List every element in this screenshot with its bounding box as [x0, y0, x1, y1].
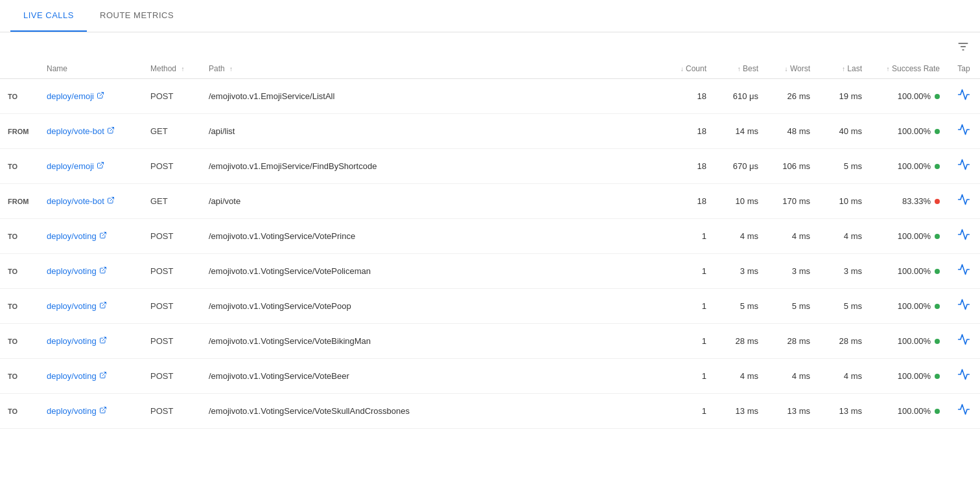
svg-line-5	[100, 163, 104, 166]
tap-button[interactable]	[957, 161, 970, 174]
external-link-icon	[99, 266, 107, 276]
svg-line-3	[100, 93, 104, 97]
success-rate-cell: 100.00%	[870, 324, 948, 359]
external-link-icon	[99, 371, 107, 381]
tap-cell[interactable]	[948, 114, 980, 149]
count-cell: 1	[662, 219, 714, 254]
worst-cell: 4 ms	[766, 359, 818, 394]
success-dot	[935, 374, 940, 379]
svg-line-4	[110, 128, 114, 131]
last-value: 13 ms	[839, 406, 862, 416]
count-cell: 1	[662, 394, 714, 429]
count-sort-icon-down: ↓	[681, 65, 684, 73]
name-link[interactable]: deploy/voting	[47, 301, 135, 311]
col-header-best[interactable]: ↑ Best	[714, 59, 766, 79]
name-link[interactable]: deploy/voting	[47, 336, 135, 346]
worst-cell: 26 ms	[766, 79, 818, 114]
tap-cell[interactable]	[948, 79, 980, 114]
path-cell: /emojivoto.v1.EmojiService/FindByShortco…	[201, 149, 662, 184]
col-header-worst[interactable]: ↓ Worst	[766, 59, 818, 79]
path-value: /emojivoto.v1.EmojiService/FindByShortco…	[209, 161, 377, 171]
name-link[interactable]: deploy/voting	[47, 371, 135, 381]
tap-cell[interactable]	[948, 394, 980, 429]
best-value: 5 ms	[740, 301, 758, 311]
col-header-direction	[0, 59, 39, 79]
tap-cell[interactable]	[948, 359, 980, 394]
name-link[interactable]: deploy/vote-bot	[47, 126, 135, 136]
path-cell: /emojivoto.v1.VotingService/VotePolicema…	[201, 254, 662, 289]
name-link[interactable]: deploy/voting	[47, 231, 135, 241]
col-header-success-rate[interactable]: ↑ Success Rate	[870, 59, 948, 79]
path-value: /api/vote	[209, 196, 240, 206]
col-header-path[interactable]: Path ↑	[201, 59, 662, 79]
method-cell: POST	[143, 394, 201, 429]
col-header-count[interactable]: ↓ Count	[662, 59, 714, 79]
success-rate-cell: 100.00%	[870, 289, 948, 324]
toolbar	[0, 32, 980, 59]
method-cell: POST	[143, 79, 201, 114]
tap-cell[interactable]	[948, 254, 980, 289]
svg-line-8	[102, 268, 106, 271]
tap-button[interactable]	[957, 126, 970, 139]
tap-button[interactable]	[957, 405, 970, 418]
svg-line-7	[102, 233, 106, 236]
path-cell: /emojivoto.v1.VotingService/VoteBeer	[201, 359, 662, 394]
method-value: POST	[150, 266, 173, 276]
best-cell: 28 ms	[714, 324, 766, 359]
tab-route-metrics[interactable]: ROUTE METRICS	[87, 0, 187, 32]
col-header-method[interactable]: Method ↑	[143, 59, 201, 79]
path-sort-icon: ↑	[229, 65, 233, 73]
worst-sort-icon: ↓	[785, 65, 788, 73]
method-value: POST	[150, 301, 173, 311]
worst-value: 28 ms	[788, 336, 810, 346]
tab-live-calls[interactable]: LIVE CALLS	[10, 0, 87, 32]
path-value: /emojivoto.v1.VotingService/VoteSkullAnd…	[209, 406, 410, 416]
tap-cell[interactable]	[948, 289, 980, 324]
tap-button[interactable]	[957, 266, 970, 279]
tap-button[interactable]	[957, 196, 970, 209]
tap-button[interactable]	[957, 301, 970, 314]
best-cell: 13 ms	[714, 394, 766, 429]
name-cell: deploy/voting	[39, 394, 143, 429]
method-value: GET	[150, 196, 168, 206]
worst-value: 4 ms	[792, 231, 810, 241]
count-cell: 1	[662, 324, 714, 359]
success-rate-value: 100.00%	[898, 336, 931, 346]
name-link[interactable]: deploy/voting	[47, 266, 135, 276]
method-cell: POST	[143, 289, 201, 324]
external-link-icon	[107, 196, 115, 206]
name-cell: deploy/emoji	[39, 79, 143, 114]
count-cell: 18	[662, 184, 714, 219]
tap-cell[interactable]	[948, 149, 980, 184]
method-cell: POST	[143, 359, 201, 394]
name-link[interactable]: deploy/emoji	[47, 161, 135, 171]
tap-cell[interactable]	[948, 184, 980, 219]
tap-button[interactable]	[957, 231, 970, 244]
name-link[interactable]: deploy/vote-bot	[47, 196, 135, 206]
table-row: FROM deploy/vote-bot GET /api/list 18	[0, 114, 980, 149]
table-row: TO deploy/emoji POST /emojivoto.v1.Emoji…	[0, 79, 980, 114]
success-rate-cell: 83.33%	[870, 184, 948, 219]
tap-button[interactable]	[957, 371, 970, 383]
best-cell: 5 ms	[714, 289, 766, 324]
worst-value: 13 ms	[788, 406, 810, 416]
last-value: 40 ms	[839, 126, 862, 136]
count-value: 1	[702, 301, 706, 311]
last-cell: 40 ms	[818, 114, 870, 149]
tap-cell[interactable]	[948, 219, 980, 254]
last-sort-icon: ↑	[842, 65, 845, 73]
tap-cell[interactable]	[948, 324, 980, 359]
last-value: 4 ms	[844, 371, 862, 381]
tap-button[interactable]	[957, 336, 970, 348]
tap-button[interactable]	[957, 91, 970, 104]
col-header-last[interactable]: ↑ Last	[818, 59, 870, 79]
success-rate-value: 100.00%	[898, 266, 931, 276]
success-dot	[935, 269, 940, 274]
filter-icon[interactable]	[957, 40, 970, 56]
name-link[interactable]: deploy/voting	[47, 406, 135, 416]
method-sort-icon: ↑	[181, 65, 184, 73]
best-value: 14 ms	[736, 126, 758, 136]
direction-cell: TO	[0, 394, 39, 429]
name-link[interactable]: deploy/emoji	[47, 91, 135, 101]
direction-cell: TO	[0, 149, 39, 184]
